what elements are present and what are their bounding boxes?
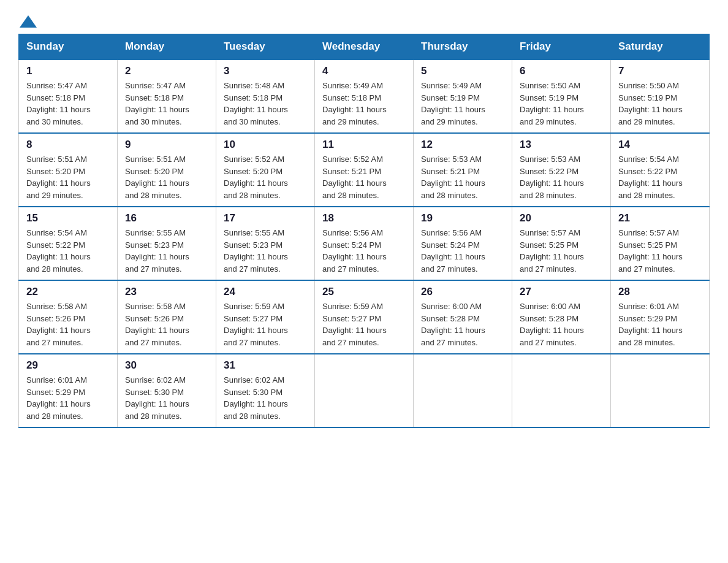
page-header	[18, 12, 710, 28]
calendar-cell: 16Sunrise: 5:55 AMSunset: 5:23 PMDayligh…	[118, 207, 216, 280]
day-info: Sunrise: 6:01 AMSunset: 5:29 PMDaylight:…	[26, 374, 110, 422]
calendar-cell: 27Sunrise: 6:00 AMSunset: 5:28 PMDayligh…	[512, 280, 611, 354]
day-info: Sunrise: 6:02 AMSunset: 5:30 PMDaylight:…	[224, 374, 307, 422]
calendar-cell: 30Sunrise: 6:02 AMSunset: 5:30 PMDayligh…	[118, 354, 216, 427]
day-info: Sunrise: 5:57 AMSunset: 5:25 PMDaylight:…	[520, 227, 603, 275]
day-info: Sunrise: 5:58 AMSunset: 5:26 PMDaylight:…	[125, 301, 208, 348]
calendar-week-row: 1Sunrise: 5:47 AMSunset: 5:18 PMDaylight…	[19, 59, 710, 133]
calendar-cell: 19Sunrise: 5:56 AMSunset: 5:24 PMDayligh…	[414, 207, 512, 280]
day-number: 7	[618, 65, 702, 77]
day-info: Sunrise: 5:49 AMSunset: 5:18 PMDaylight:…	[322, 80, 406, 128]
day-number: 18	[322, 212, 406, 224]
day-number: 3	[224, 65, 307, 77]
calendar-cell: 14Sunrise: 5:54 AMSunset: 5:22 PMDayligh…	[611, 133, 710, 207]
day-number: 26	[421, 286, 504, 298]
weekday-header: Wednesday	[315, 34, 414, 60]
day-number: 15	[26, 212, 110, 224]
calendar-cell: 11Sunrise: 5:52 AMSunset: 5:21 PMDayligh…	[315, 133, 414, 207]
logo-triangle-icon	[20, 15, 37, 28]
day-info: Sunrise: 5:55 AMSunset: 5:23 PMDaylight:…	[224, 227, 307, 275]
day-number: 23	[125, 286, 208, 298]
day-number: 6	[520, 65, 603, 77]
day-info: Sunrise: 5:52 AMSunset: 5:20 PMDaylight:…	[224, 153, 307, 201]
day-number: 19	[421, 212, 504, 224]
day-info: Sunrise: 5:51 AMSunset: 5:20 PMDaylight:…	[125, 153, 208, 201]
day-info: Sunrise: 5:53 AMSunset: 5:22 PMDaylight:…	[520, 153, 603, 201]
calendar-cell: 5Sunrise: 5:49 AMSunset: 5:19 PMDaylight…	[414, 59, 512, 133]
weekday-header: Sunday	[19, 34, 118, 60]
day-number: 21	[618, 212, 702, 224]
day-number: 31	[224, 359, 307, 372]
calendar-cell	[512, 354, 611, 427]
day-info: Sunrise: 5:52 AMSunset: 5:21 PMDaylight:…	[322, 153, 406, 201]
calendar-cell: 4Sunrise: 5:49 AMSunset: 5:18 PMDaylight…	[315, 59, 414, 133]
day-info: Sunrise: 5:59 AMSunset: 5:27 PMDaylight:…	[322, 301, 406, 348]
day-number: 9	[125, 139, 208, 151]
day-info: Sunrise: 6:00 AMSunset: 5:28 PMDaylight:…	[520, 301, 603, 348]
calendar-cell: 8Sunrise: 5:51 AMSunset: 5:20 PMDaylight…	[19, 133, 118, 207]
day-number: 16	[125, 212, 208, 224]
day-number: 30	[125, 359, 208, 372]
day-number: 24	[224, 286, 307, 298]
calendar-week-row: 15Sunrise: 5:54 AMSunset: 5:22 PMDayligh…	[19, 207, 710, 280]
calendar-cell: 26Sunrise: 6:00 AMSunset: 5:28 PMDayligh…	[414, 280, 512, 354]
calendar-cell: 22Sunrise: 5:58 AMSunset: 5:26 PMDayligh…	[19, 280, 118, 354]
day-info: Sunrise: 5:59 AMSunset: 5:27 PMDaylight:…	[224, 301, 307, 348]
day-info: Sunrise: 6:02 AMSunset: 5:30 PMDaylight:…	[125, 374, 208, 422]
day-info: Sunrise: 5:51 AMSunset: 5:20 PMDaylight:…	[26, 153, 110, 201]
logo	[18, 12, 38, 28]
day-number: 12	[421, 139, 504, 151]
day-number: 5	[421, 65, 504, 77]
day-info: Sunrise: 5:50 AMSunset: 5:19 PMDaylight:…	[520, 80, 603, 128]
calendar-cell: 13Sunrise: 5:53 AMSunset: 5:22 PMDayligh…	[512, 133, 611, 207]
day-number: 2	[125, 65, 208, 77]
day-number: 10	[224, 139, 307, 151]
day-info: Sunrise: 5:48 AMSunset: 5:18 PMDaylight:…	[224, 80, 307, 128]
calendar-cell	[414, 354, 512, 427]
calendar-cell: 6Sunrise: 5:50 AMSunset: 5:19 PMDaylight…	[512, 59, 611, 133]
day-number: 17	[224, 212, 307, 224]
calendar-cell: 18Sunrise: 5:56 AMSunset: 5:24 PMDayligh…	[315, 207, 414, 280]
calendar-header-row: SundayMondayTuesdayWednesdayThursdayFrid…	[19, 34, 710, 60]
calendar-cell: 28Sunrise: 6:01 AMSunset: 5:29 PMDayligh…	[611, 280, 710, 354]
calendar-cell: 15Sunrise: 5:54 AMSunset: 5:22 PMDayligh…	[19, 207, 118, 280]
day-number: 14	[618, 139, 702, 151]
weekday-header: Friday	[512, 34, 611, 60]
day-info: Sunrise: 5:55 AMSunset: 5:23 PMDaylight:…	[125, 227, 208, 275]
day-number: 8	[26, 139, 110, 151]
calendar-cell: 10Sunrise: 5:52 AMSunset: 5:20 PMDayligh…	[216, 133, 315, 207]
calendar-cell: 24Sunrise: 5:59 AMSunset: 5:27 PMDayligh…	[216, 280, 315, 354]
day-info: Sunrise: 5:57 AMSunset: 5:25 PMDaylight:…	[618, 227, 702, 275]
day-number: 27	[520, 286, 603, 298]
day-info: Sunrise: 5:53 AMSunset: 5:21 PMDaylight:…	[421, 153, 504, 201]
day-number: 13	[520, 139, 603, 151]
weekday-header: Thursday	[414, 34, 512, 60]
calendar-cell: 20Sunrise: 5:57 AMSunset: 5:25 PMDayligh…	[512, 207, 611, 280]
day-number: 20	[520, 212, 603, 224]
calendar-cell: 31Sunrise: 6:02 AMSunset: 5:30 PMDayligh…	[216, 354, 315, 427]
calendar-cell: 29Sunrise: 6:01 AMSunset: 5:29 PMDayligh…	[19, 354, 118, 427]
calendar-cell: 21Sunrise: 5:57 AMSunset: 5:25 PMDayligh…	[611, 207, 710, 280]
weekday-header: Tuesday	[216, 34, 315, 60]
day-info: Sunrise: 6:01 AMSunset: 5:29 PMDaylight:…	[618, 301, 702, 348]
calendar-cell: 7Sunrise: 5:50 AMSunset: 5:19 PMDaylight…	[611, 59, 710, 133]
calendar-cell: 23Sunrise: 5:58 AMSunset: 5:26 PMDayligh…	[118, 280, 216, 354]
day-number: 28	[618, 286, 702, 298]
calendar-week-row: 8Sunrise: 5:51 AMSunset: 5:20 PMDaylight…	[19, 133, 710, 207]
day-number: 25	[322, 286, 406, 298]
day-info: Sunrise: 5:56 AMSunset: 5:24 PMDaylight:…	[322, 227, 406, 275]
day-info: Sunrise: 5:58 AMSunset: 5:26 PMDaylight:…	[26, 301, 110, 348]
day-number: 11	[322, 139, 406, 151]
day-info: Sunrise: 6:00 AMSunset: 5:28 PMDaylight:…	[421, 301, 504, 348]
calendar-cell: 1Sunrise: 5:47 AMSunset: 5:18 PMDaylight…	[19, 59, 118, 133]
calendar-cell	[315, 354, 414, 427]
calendar-table: SundayMondayTuesdayWednesdayThursdayFrid…	[18, 34, 710, 428]
day-info: Sunrise: 5:47 AMSunset: 5:18 PMDaylight:…	[26, 80, 110, 128]
day-number: 29	[26, 359, 110, 372]
day-number: 22	[26, 286, 110, 298]
day-info: Sunrise: 5:50 AMSunset: 5:19 PMDaylight:…	[618, 80, 702, 128]
day-number: 4	[322, 65, 406, 77]
day-info: Sunrise: 5:56 AMSunset: 5:24 PMDaylight:…	[421, 227, 504, 275]
calendar-cell: 2Sunrise: 5:47 AMSunset: 5:18 PMDaylight…	[118, 59, 216, 133]
calendar-cell: 12Sunrise: 5:53 AMSunset: 5:21 PMDayligh…	[414, 133, 512, 207]
